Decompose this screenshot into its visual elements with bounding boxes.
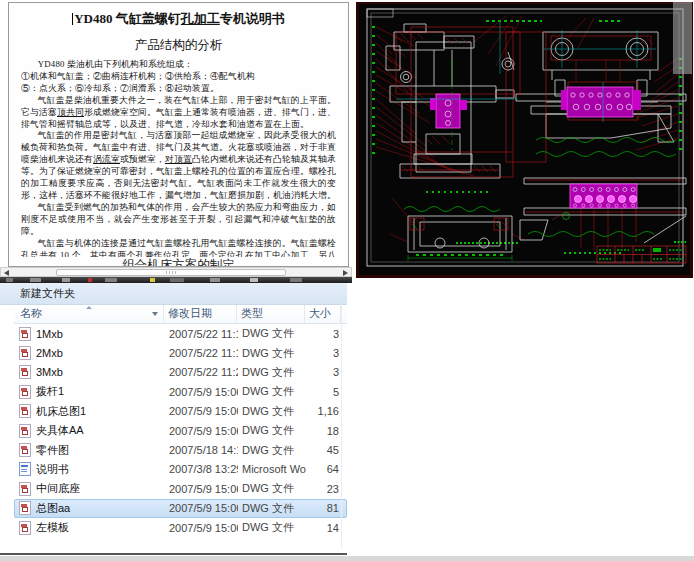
scroll-left-icon[interactable] [4, 270, 9, 276]
doc-text-run: 气缸盖受到燃气的加热和气体的作用，会产生较大的热应力和弯曲应力，如刚度不足或使用… [21, 202, 336, 236]
file-type: DWG 文件 [238, 443, 306, 458]
file-date: 2007/5/18 14:13 [165, 444, 238, 456]
new-folder-button[interactable]: 新建文件夹 [0, 283, 347, 305]
file-row[interactable]: 左模板2007/5/9 15:06DWG 文件14 [14, 518, 347, 537]
column-header-date-modified[interactable]: 修改日期 [164, 305, 237, 323]
dwg-file-icon [19, 443, 31, 457]
toolbar-speck [62, 278, 70, 282]
file-row[interactable]: 说明书2007/3/8 13:29Microsoft Word ...64 [14, 460, 347, 479]
column-header-label: 大小 [309, 307, 331, 319]
partial-section-heading: 组合机床方案的制定 [9, 257, 348, 267]
file-type: DWG 文件 [238, 520, 306, 535]
file-row[interactable]: 机床总图12007/5/9 15:06DWG 文件1,16 [14, 402, 347, 421]
doc-text-run: ⑤：点火系；⑥冷却系；⑦润滑系；⑧起动装置。 [21, 83, 219, 93]
file-row[interactable]: 3Mxb2007/5/22 11:20DWG 文件3 [14, 363, 347, 382]
file-size: 3 [306, 366, 342, 378]
doc-text-run: 顶共同 [57, 107, 84, 117]
toolbar-speck [170, 278, 184, 282]
column-edge-line [341, 304, 342, 549]
file-type: DWG 文件 [238, 404, 306, 419]
doc-paragraph: ⑤：点火系；⑥冷却系；⑦润滑系；⑧起动装置。 [21, 83, 336, 95]
doc-paragraph: YD480 柴油机由下列机构和系统组成： [21, 59, 336, 71]
dwg-file-icon [19, 346, 31, 360]
doc-body: YD480 柴油机由下列机构和系统组成：①机体和气缸盖；②曲柄连杆机构；③供给系… [21, 59, 336, 257]
file-date: 2007/5/9 15:06 [165, 425, 238, 437]
file-date: 2007/5/9 15:06 [165, 386, 238, 398]
file-name: 夹具体AA [36, 423, 84, 438]
column-header-label: 名称 [20, 307, 42, 319]
file-size: 5 [306, 386, 342, 398]
doc-paragraph: 气缸盖是柴油机重要大件之一，装在气缸体上部，用于密封气缸的上平面。它与活塞顶共同… [21, 95, 336, 131]
file-row[interactable]: 总图aa2007/5/9 15:06DWG 文件81 [14, 499, 347, 518]
file-row[interactable]: 1Mxb2007/5/22 11:16DWG 文件3 [14, 324, 347, 343]
file-name: 零件图 [36, 443, 69, 458]
explorer-pane: 新建文件夹 名称修改日期类型大小 1Mxb2007/5/22 11:16DWG … [0, 283, 347, 555]
dwg-file-icon [19, 424, 31, 438]
file-type: DWG 文件 [238, 346, 306, 361]
bottom-strip [0, 556, 694, 561]
file-size: 3 [306, 347, 342, 359]
file-date: 2007/3/8 13:29 [165, 463, 238, 475]
toolbar-speck [210, 278, 220, 282]
dwg-file-icon [19, 501, 31, 515]
column-header-row: 名称修改日期类型大小 [14, 305, 347, 324]
file-name: 机床总图1 [36, 404, 86, 419]
cad-scrollbar[interactable] [673, 2, 692, 74]
file-size: 45 [306, 444, 342, 456]
doc-text-run: 专机说明书 [220, 11, 285, 26]
file-row[interactable]: 零件图2007/5/18 14:13DWG 文件45 [14, 440, 347, 459]
doc-text-run: ①机体和气缸盖；②曲柄连杆机构；③供给系；④配气机构 [21, 71, 255, 81]
file-name: 1Mxb [36, 328, 63, 340]
doc-paragraph: 气缸盖受到燃气的加热和气体的作用，会产生较大的热应力和弯曲应力，如刚度不足或使用… [21, 202, 336, 238]
file-row[interactable]: 拨杆12007/5/9 15:06DWG 文件5 [14, 382, 347, 401]
doc-title-text: YD480 气缸盖螺钉孔加工专机说明书 [74, 11, 285, 26]
file-row[interactable]: 夹具体AA2007/5/9 15:06DWG 文件18 [14, 421, 347, 440]
toolbar-speck [30, 278, 41, 282]
file-name: 3Mxb [36, 366, 63, 378]
file-name: 说明书 [36, 462, 69, 477]
doc-horizontal-scrollbar[interactable] [0, 267, 352, 277]
file-name: 拨杆1 [36, 384, 64, 399]
doc-text-run: YD480 柴油机由下列机构和系统组成： [38, 59, 193, 69]
file-name: 2Mxb [36, 347, 63, 359]
file-size: 1,16 [306, 405, 342, 417]
toolbar-speck [105, 278, 117, 282]
column-header-size[interactable]: 大小 [305, 305, 341, 323]
file-date: 2007/5/9 15:06 [165, 483, 238, 495]
word-document-page[interactable]: YD480 气缸盖螺钉孔加工专机说明书 产品结构的分析 YD480 柴油机由下列… [8, 2, 349, 267]
column-header-name[interactable]: 名称 [14, 305, 164, 323]
doc-text-run: 或预燃室， [120, 154, 165, 164]
file-size: 18 [306, 425, 342, 437]
file-date: 2007/5/22 11:16 [165, 328, 238, 340]
file-date: 2007/5/9 15:06 [165, 502, 238, 514]
screen: YD480 气缸盖螺钉孔加工专机说明书 产品结构的分析 YD480 柴油机由下列… [0, 0, 694, 561]
doc-paragraph: 气缸盖与机体的连接是通过气缸盖螺栓孔用气缸盖螺栓连接的。气缸盖螺栓孔总共有 10… [21, 238, 336, 257]
toolbar-speck [250, 278, 258, 282]
dwg-file-icon [19, 521, 31, 535]
doc-paragraph: 气缸盖的作用是密封气缸，与活塞顶部一起组成燃烧室，因此承受很大的机械负荷和热负荷… [21, 130, 336, 201]
file-size: 81 [306, 502, 342, 514]
toolbar-speck [290, 278, 302, 282]
dwg-file-icon [19, 404, 31, 418]
sort-ascending-icon [86, 306, 92, 309]
dwg-file-icon [19, 327, 31, 341]
file-row[interactable]: 中间底座2007/5/9 15:06DWG 文件23 [14, 479, 347, 498]
filter-dropdown-icon[interactable] [152, 312, 158, 316]
file-name: 左模板 [36, 520, 69, 535]
file-size: 64 [306, 463, 342, 475]
file-row[interactable]: 2Mxb2007/5/22 11:18DWG 文件3 [14, 343, 347, 362]
file-list: 1Mxb2007/5/22 11:16DWG 文件32Mxb2007/5/22 … [14, 324, 347, 537]
column-header-type[interactable]: 类型 [237, 305, 305, 323]
scrollbar-thumb[interactable] [56, 269, 286, 276]
dwg-file-icon [19, 385, 31, 399]
doc-paragraph: ①机体和气缸盖；②曲柄连杆机构；③供给系；④配气机构 [21, 71, 336, 83]
cad-preview [356, 2, 693, 278]
cad-drawing [356, 2, 693, 278]
dwg-file-icon [19, 365, 31, 379]
file-date: 2007/5/9 15:06 [165, 522, 238, 534]
file-type: DWG 文件 [238, 481, 306, 496]
word-file-icon [19, 462, 31, 476]
file-type: DWG 文件 [238, 423, 306, 438]
toolbar-speck [6, 278, 13, 282]
scroll-right-icon[interactable] [343, 270, 348, 276]
